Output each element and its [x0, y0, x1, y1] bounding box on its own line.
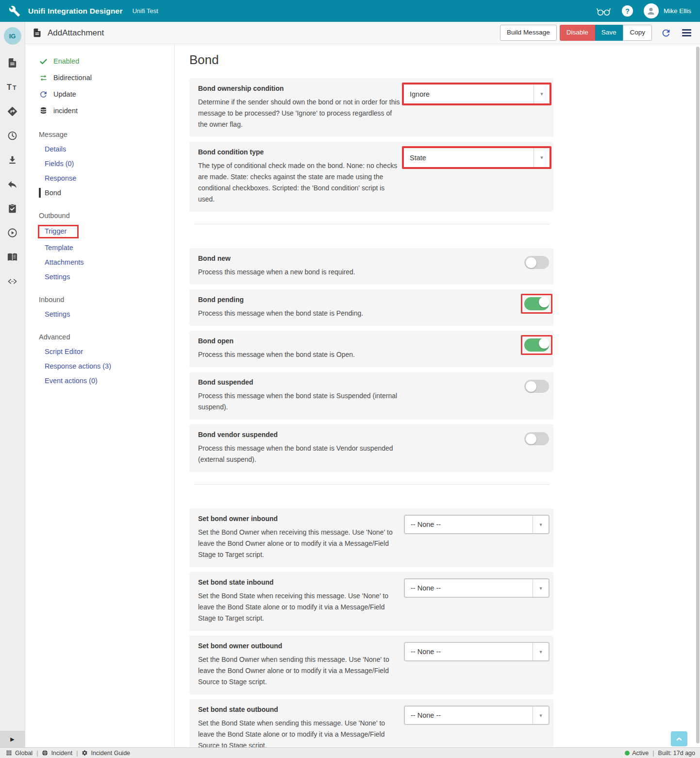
sidebar-item-response[interactable]: Response	[25, 171, 174, 185]
page-title: AddAttachment	[48, 28, 104, 38]
icon-rail: IG TT ▶	[0, 22, 25, 747]
sidebar-item-template[interactable]: Template	[25, 240, 174, 255]
sidebar-item-attachments[interactable]: Attachments	[25, 255, 174, 270]
refresh-icon[interactable]	[661, 28, 671, 38]
setting-description: Process this message when a new bond is …	[198, 267, 403, 278]
toggle-bond-suspended[interactable]	[524, 380, 549, 393]
sidebar-section: Advanced Script EditorResponse actions (…	[25, 330, 174, 388]
separator: |	[36, 750, 38, 757]
chevron-down-icon[interactable]: ▾	[533, 516, 549, 533]
person-icon	[646, 6, 656, 17]
scroll-to-top-button[interactable]	[671, 731, 687, 746]
glasses-icon[interactable]	[596, 6, 611, 17]
sidebar-section-title: Message	[25, 127, 174, 142]
document-icon[interactable]	[7, 57, 18, 68]
divider	[194, 484, 550, 485]
user-avatar[interactable]	[644, 3, 659, 18]
check-icon	[39, 57, 48, 66]
setting-card-bond-pending: Bond pending Process this message when t…	[189, 289, 553, 326]
toggle-knob	[526, 381, 536, 392]
sidebar-status-bidirectional[interactable]: Bidirectional	[25, 69, 174, 86]
save-button[interactable]: Save	[595, 25, 623, 41]
text-format-icon[interactable]: TT	[7, 82, 18, 93]
expand-rail-button[interactable]: ▶	[0, 731, 25, 747]
help-icon[interactable]: ?	[622, 5, 633, 17]
sidebar-section: Outbound TriggerTemplateAttachmentsSetti…	[25, 208, 174, 284]
status-bar-left: Global | Incident | Incident Guide	[6, 750, 130, 757]
database-icon	[39, 106, 48, 116]
code-icon[interactable]	[7, 276, 18, 287]
sidebar-item-trigger[interactable]: Trigger	[25, 223, 174, 240]
sidebar-section-title: Outbound	[25, 208, 174, 223]
user-name[interactable]: Mike Ellis	[664, 7, 691, 15]
chevron-down-icon[interactable]: ▾	[533, 707, 549, 724]
document-toolbar: AddAttachment Build Message Disable Save…	[25, 22, 700, 44]
tasks-icon[interactable]	[7, 203, 18, 214]
status-bar-item-incident[interactable]: Incident	[42, 750, 72, 757]
chevron-down-icon[interactable]: ▾	[533, 84, 550, 103]
play-circle-icon[interactable]	[7, 227, 18, 238]
sidebar-section-title: Advanced	[25, 330, 174, 344]
download-icon[interactable]	[7, 154, 18, 166]
toggle-bond-pending[interactable]	[524, 297, 549, 310]
status-bar-item-incident-guide[interactable]: Incident Guide	[82, 750, 130, 757]
workspace-avatar[interactable]: IG	[4, 27, 21, 45]
setting-description: Determine if the sender should own the b…	[198, 97, 403, 130]
toggle-knob	[539, 338, 550, 349]
status-bar: Global | Incident | Incident Guide Activ…	[0, 747, 700, 758]
reply-icon[interactable]	[7, 179, 18, 190]
history-icon[interactable]	[7, 130, 18, 141]
action-button-group: Disable Save Copy	[560, 25, 652, 41]
status-bar-item-global[interactable]: Global	[6, 750, 33, 757]
rail-icons: TT	[7, 57, 18, 287]
sidebar-status-update[interactable]: Update	[25, 86, 174, 102]
setting-card-bond-vendor-suspended: Bond vendor suspended Process this messa…	[189, 424, 553, 472]
dropdown-set-bond-state-outbound[interactable]: -- None -- ▾	[404, 706, 550, 725]
setting-card-bond-new: Bond new Process this message when a new…	[189, 248, 553, 285]
send-icon[interactable]	[7, 106, 18, 117]
dropdown-set-bond-owner-outbound[interactable]: -- None -- ▾	[404, 642, 550, 661]
toggle-bond-new[interactable]	[524, 256, 549, 269]
dropdown-value: -- None --	[405, 643, 533, 660]
chevron-down-icon[interactable]: ▾	[533, 148, 550, 167]
dropdown-value: -- None --	[405, 516, 533, 533]
settings-list: Bond ownership condition Determine if th…	[189, 78, 553, 747]
sidebar-item-fields-0[interactable]: Fields (0)	[25, 156, 174, 171]
chevron-down-icon[interactable]: ▾	[533, 579, 549, 597]
grid-icon	[6, 750, 12, 756]
separator: |	[652, 750, 654, 757]
setting-description: Set the Bond State when receiving this m…	[198, 590, 403, 624]
setting-description: Process this message when the bond state…	[198, 349, 403, 360]
copy-button[interactable]: Copy	[623, 25, 652, 41]
book-icon[interactable]	[7, 252, 18, 263]
annotation-box: Trigger	[38, 225, 79, 238]
environment-label[interactable]: Unifi Test	[133, 7, 158, 15]
sidebar-item-details[interactable]: Details	[25, 142, 174, 156]
menu-icon[interactable]	[681, 28, 692, 37]
disable-button[interactable]: Disable	[560, 25, 595, 41]
sidebar-item-response-actions-3[interactable]: Response actions (3)	[25, 359, 174, 373]
build-message-button[interactable]: Build Message	[500, 25, 557, 41]
dropdown-bond-condition-type[interactable]: State ▾	[402, 146, 551, 169]
page-scrollbar[interactable]	[696, 47, 700, 743]
separator: |	[76, 750, 78, 757]
toggle-bond-open[interactable]	[524, 338, 549, 352]
toggle-knob	[539, 297, 550, 307]
sidebar-item-settings[interactable]: Settings	[25, 270, 174, 284]
dropdown-set-bond-state-inbound[interactable]: -- None -- ▾	[404, 578, 550, 598]
svg-text:T: T	[7, 83, 12, 91]
sidebar-item-event-actions-0[interactable]: Event actions (0)	[25, 373, 174, 388]
sidebar-status-incident[interactable]: incident	[25, 102, 174, 119]
dropdown-set-bond-owner-inbound[interactable]: -- None -- ▾	[404, 515, 550, 534]
sidebar-item-bond[interactable]: Bond	[25, 185, 174, 200]
chevron-down-icon[interactable]: ▾	[533, 643, 549, 660]
sidebar-item-script-editor[interactable]: Script Editor	[25, 344, 174, 359]
app-title: Unifi Integration Designer	[28, 7, 123, 16]
setting-card-set-bond-state-outbound: Set bond state outbound Set the Bond Sta…	[189, 699, 553, 747]
sidebar-item-settings[interactable]: Settings	[25, 307, 174, 321]
sidebar-status-enabled[interactable]: Enabled	[25, 53, 174, 69]
toggle-bond-vendor-suspended[interactable]	[524, 432, 549, 445]
app-window: Unifi Integration Designer Unifi Test ? …	[0, 0, 700, 758]
setting-description: Process this message when the bond state…	[198, 308, 403, 319]
dropdown-bond-ownership-condition[interactable]: Ignore ▾	[402, 83, 551, 105]
